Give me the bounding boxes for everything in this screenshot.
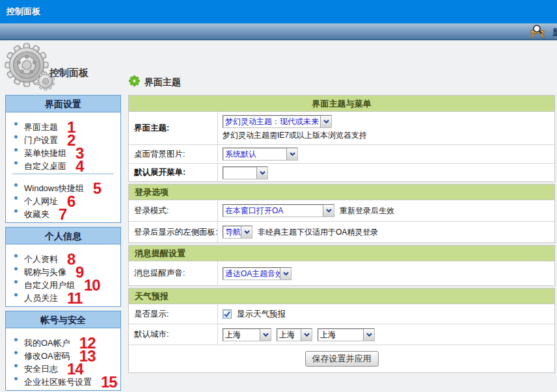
sidebar-item-nickname-avatar[interactable]: 昵称与头像9 <box>6 262 120 275</box>
field-label: 默认展开菜单: <box>129 164 218 181</box>
field-note: 非经典主题下仅适用于OA精灵登录 <box>258 227 378 238</box>
sidebar-item-people-follow[interactable]: 人员关注11 <box>6 288 120 301</box>
section-header-login: 登录选项 <box>129 185 554 200</box>
login-mode-select[interactable]: 在本窗口打开OA <box>223 204 334 217</box>
chevron-down-icon <box>256 167 267 179</box>
panel-title: 控制面板 <box>49 67 88 79</box>
bullet-icon <box>14 209 18 213</box>
bullet-icon <box>14 351 18 354</box>
field-note: 重新登录后生效 <box>340 205 394 216</box>
sidebar-item-change-oa-password[interactable]: 修改OA密码13 <box>6 346 120 359</box>
window-title: 控制面板 <box>0 0 557 18</box>
field-label: 桌面背景图片: <box>129 145 218 163</box>
sidebar: 界面设置 界面主题1 门户设置2 菜单快捷组3 自定义桌面4 Windows快捷… <box>5 95 121 392</box>
window-titlebar: 控制面板 <box>0 0 557 23</box>
city-province-select[interactable]: 上海 <box>223 328 271 341</box>
table-message-reminder: 消息提醒设置 消息提醒声音: 通达OA主题音效 <box>128 245 555 286</box>
field-label: 默认城市: <box>129 324 218 345</box>
default-menu-select[interactable] <box>223 166 268 179</box>
sidebar-item-custom-desktop[interactable]: 自定义桌面4 <box>6 156 120 169</box>
section-header-weather: 天气预报 <box>129 289 554 304</box>
checkbox-label: 显示天气预报 <box>237 309 286 320</box>
bullet-icon <box>14 196 18 200</box>
sidebar-item-personal-profile[interactable]: 个人资料8 <box>6 249 120 262</box>
sidebar-section-header: 个人信息 <box>5 227 121 244</box>
chevron-down-icon <box>241 226 252 238</box>
page-title: 界面主题 <box>144 77 181 88</box>
sidebar-item-personal-website[interactable]: 个人网址6 <box>6 191 120 204</box>
checkmark-icon <box>223 310 231 318</box>
chevron-down-icon <box>280 268 291 280</box>
bullet-icon <box>14 364 18 367</box>
sidebar-section-header: 界面设置 <box>5 95 121 112</box>
bullet-icon <box>14 338 18 341</box>
sidebar-section-personal-info: 个人信息 个人资料8 昵称与头像9 自定义用户组10 人员关注11 <box>5 227 121 307</box>
show-weather-checkbox[interactable] <box>223 309 232 319</box>
settings-form: 界面主题与菜单 界面主题: 梦幻灵动主题：现代或未来 梦幻灵动主题需IE7或以上… <box>128 95 555 375</box>
desk-magnifier-icon[interactable] <box>530 25 545 38</box>
table-weather: 天气预报 是否显示: 显示天气预报 默认城市: 上海 上海 <box>128 288 555 373</box>
annotation-number: 4 <box>75 157 83 175</box>
field-label: 消息提醒声音: <box>129 261 218 285</box>
bullet-icon <box>14 183 18 187</box>
sidebar-item-my-oa-account[interactable]: 我的OA帐户12 <box>6 333 120 346</box>
clipped-toolbar-label[interactable]: 显 <box>552 27 557 38</box>
save-and-apply-button[interactable]: 保存设置并应用 <box>305 351 379 367</box>
field-label: 登录模式: <box>129 200 218 221</box>
theme-select[interactable]: 梦幻灵动主题：现代或未来 <box>223 115 332 128</box>
section-header-message: 消息提醒设置 <box>129 246 554 261</box>
chevron-down-icon <box>363 329 374 341</box>
bullet-icon <box>14 148 18 151</box>
app-toolbar: 显 <box>0 23 557 40</box>
section-header-theme-menu: 界面主题与菜单 <box>129 96 554 112</box>
sidebar-section-interface: 界面设置 界面主题1 门户设置2 菜单快捷组3 自定义桌面4 Windows快捷… <box>5 95 121 223</box>
chevron-down-icon <box>286 148 297 160</box>
sidebar-divider <box>12 174 114 174</box>
table-login-options: 登录选项 登录模式: 在本窗口打开OA 重新登录后生效 登录后显示的左侧面板: … <box>128 184 555 243</box>
table-theme-menu: 界面主题与菜单 界面主题: 梦幻灵动主题：现代或未来 梦幻灵动主题需IE7或以上… <box>128 95 555 182</box>
annotation-number: 11 <box>67 289 82 307</box>
bullet-icon <box>14 377 18 380</box>
wallpaper-select[interactable]: 系统默认 <box>223 148 298 161</box>
chevron-down-icon <box>323 205 334 216</box>
sidebar-item-favorites[interactable]: 收藏夹7 <box>6 204 120 217</box>
chevron-down-icon <box>260 329 271 341</box>
sidebar-section-account-security: 帐号与安全 我的OA帐户12 修改OA密码13 安全日志14 企业社区账号设置1… <box>5 311 121 391</box>
chevron-down-icon <box>301 329 312 341</box>
sidebar-item-portal-settings[interactable]: 门户设置2 <box>6 130 120 143</box>
annotation-number: 15 <box>101 373 117 391</box>
control-panel-gears-icon <box>4 43 56 94</box>
bullet-icon <box>14 122 18 125</box>
left-panel-select[interactable]: 导航 <box>223 226 252 239</box>
bullet-icon <box>14 254 18 257</box>
message-sound-select[interactable]: 通达OA主题音效 <box>223 267 292 280</box>
bullet-icon <box>14 135 18 138</box>
sidebar-item-windows-shortcut-group[interactable]: Windows快捷组5 <box>6 178 120 191</box>
field-label: 是否显示: <box>129 304 218 324</box>
sidebar-item-custom-user-group[interactable]: 自定义用户组10 <box>6 275 120 288</box>
bullet-icon <box>14 293 18 296</box>
sidebar-item-interface-theme[interactable]: 界面主题1 <box>6 117 120 130</box>
sidebar-item-menu-shortcut-group[interactable]: 菜单快捷组3 <box>6 143 120 156</box>
green-gear-icon <box>129 75 140 89</box>
bullet-icon <box>14 267 18 270</box>
bullet-icon <box>14 280 18 283</box>
field-note: 梦幻灵动主题需IE7或以上版本浏览器支持 <box>223 130 367 141</box>
sidebar-section-header: 帐号与安全 <box>5 311 121 328</box>
city-select[interactable]: 上海 <box>277 328 312 341</box>
city-district-select[interactable]: 上海 <box>318 328 375 341</box>
field-label: 界面主题: <box>129 112 218 144</box>
annotation-number: 7 <box>59 205 66 223</box>
bullet-icon <box>14 161 18 164</box>
field-label: 登录后显示的左侧面板: <box>129 222 218 242</box>
chevron-down-icon <box>320 116 331 127</box>
sidebar-item-enterprise-community-account[interactable]: 企业社区账号设置15 <box>6 372 120 385</box>
sidebar-item-security-log[interactable]: 安全日志14 <box>6 359 120 372</box>
